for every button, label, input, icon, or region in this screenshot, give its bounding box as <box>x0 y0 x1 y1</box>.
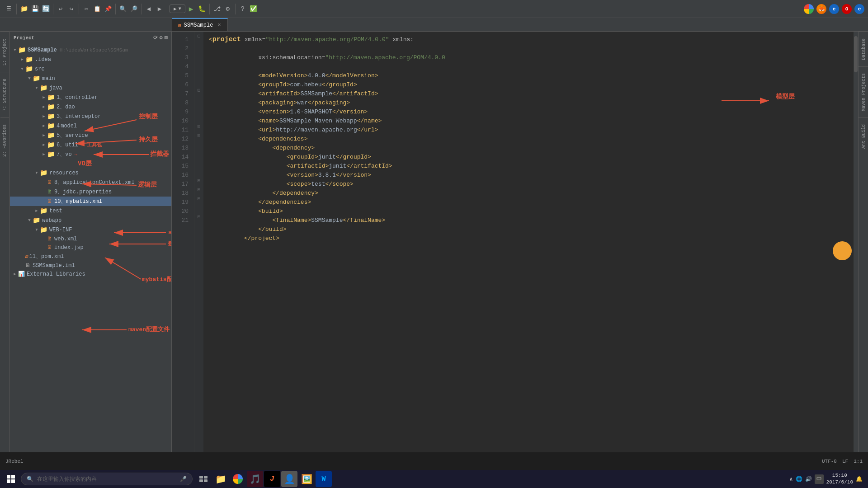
tab-label-ssmsample: SSMSample <box>184 22 213 28</box>
folder-icon-main: 📁 <box>33 75 40 82</box>
tree-item-idea[interactable]: ▶ 📁 .idea <box>10 55 171 64</box>
tree-item-test[interactable]: ▶ 📁 test <box>10 206 171 216</box>
taskbar-app-photo[interactable]: 🖼️ <box>298 471 315 487</box>
code-area[interactable]: <project xmlns="http://maven.apache.org/… <box>203 32 858 470</box>
tree-item-interceptor[interactable]: ▶ 📁 3、 interceptor <box>10 112 171 121</box>
tray-arrow[interactable]: ∧ <box>789 476 793 483</box>
tree-item-resources[interactable]: ▼ 📁 resources <box>10 168 171 178</box>
chrome-icon[interactable] <box>804 4 814 14</box>
taskbar-app-file-explorer[interactable]: 📁 <box>212 471 229 487</box>
opera-icon[interactable]: O <box>842 4 852 14</box>
tree-item-util[interactable]: ▶ 📁 6、 util → 工具包 <box>10 140 171 150</box>
toolbar-icon-vcs[interactable]: ⎇ <box>212 4 222 14</box>
tree-item-controller[interactable]: ▶ 📁 1、 controller <box>10 93 171 102</box>
tray-volume[interactable]: 🔊 <box>805 476 812 483</box>
folder-icon-model: 📁 <box>47 122 55 130</box>
svg-rect-22 <box>11 479 15 483</box>
tray-network[interactable]: 🌐 <box>796 476 802 483</box>
toolbar-icon-settings[interactable]: ⚙ <box>223 4 233 14</box>
menu-file[interactable]: ☰ <box>4 5 14 12</box>
firefox-icon[interactable]: 🦊 <box>816 4 826 14</box>
toolbar-icon-forward[interactable]: ▶ <box>155 4 165 14</box>
taskbar-app-chrome[interactable] <box>230 471 246 487</box>
toolbar-separator8 <box>235 4 236 14</box>
search-icon: 🔍 <box>27 476 33 483</box>
ie-old-icon[interactable]: e <box>854 4 864 14</box>
toolbar-icon-paste[interactable]: 📌 <box>103 4 113 14</box>
windows-search-bar[interactable]: 🔍 在这里输入你搜索的内容 🎤 <box>21 473 193 485</box>
tree-item-extlibs[interactable]: ▶ 📊 External Libraries <box>10 270 171 278</box>
tree-num-dao: 2、 <box>57 103 65 111</box>
tree-path-root: H:\ideaWorkSpace\SSMSam <box>60 47 128 53</box>
tree-item-indexjsp[interactable]: 🗎 index.jsp <box>10 243 171 252</box>
toolbar-icon-cut[interactable]: ✂ <box>81 4 91 14</box>
tree-item-main[interactable]: ▼ 📁 main <box>10 74 171 83</box>
taskbar-app-jetbrains[interactable]: J <box>264 471 280 487</box>
tray-ime[interactable]: 中 <box>815 474 824 484</box>
tree-label-webapp: webapp <box>42 217 61 224</box>
left-strip: 1: Project 7: Structure 2: Favorites <box>0 32 10 470</box>
toolbar-separator4 <box>115 4 116 14</box>
tab-close-btn[interactable]: × <box>217 22 221 28</box>
tree-item-webxml[interactable]: 🗎 web.xml <box>10 235 171 243</box>
code-line-4: <modelVersion>4.0.0</modelVersion> <box>209 62 853 71</box>
tree-item-src[interactable]: ▼ 📁 src <box>10 64 171 74</box>
mic-icon[interactable]: 🎤 <box>180 476 187 483</box>
tree-label-webxml: web.xml <box>54 236 77 242</box>
tray-clock: 15:10 2017/6/10 <box>826 472 853 486</box>
right-tab-maven[interactable]: Maven Projects <box>859 66 868 117</box>
project-expand-icon[interactable]: ⊞ <box>165 34 168 41</box>
toolbar-icon-copy[interactable]: 📋 <box>92 4 102 14</box>
right-tab-ant[interactable]: Ant Build <box>859 117 868 155</box>
tree-item-service[interactable]: ▶ 📁 5、 service <box>10 131 171 140</box>
taskbar-app-browser[interactable]: W <box>316 471 332 487</box>
toolbar-icon-new[interactable]: 📁 <box>19 4 29 14</box>
tree-item-iml[interactable]: 🗎 SSMSample.iml <box>10 261 171 270</box>
project-sync-icon[interactable]: ⟳ <box>153 34 158 41</box>
tree-item-root[interactable]: ▼ 📁 SSMSample H:\ideaWorkSpace\SSMSam <box>10 45 171 55</box>
tray-notification[interactable]: 🔔 <box>856 476 863 483</box>
tree-label-idea: .idea <box>35 56 51 63</box>
taskbar-app-avatar[interactable]: 👤 <box>281 471 297 487</box>
tree-item-model[interactable]: ▶ 📁 4 model <box>10 121 171 131</box>
tree-item-vo[interactable]: ▶ 📁 7、 vo → <box>10 150 171 159</box>
toolbar-icon-redo[interactable]: ↪ <box>66 4 76 14</box>
toolbar-icon-open[interactable]: 💾 <box>30 4 40 14</box>
tree-item-dao[interactable]: ▶ 📁 2、 dao <box>10 102 171 112</box>
tree-item-mybatis[interactable]: 🗎 10、 mybatis.xml <box>10 197 171 206</box>
tree-item-appcontext[interactable]: 🗎 8、 applicationContext.xml <box>10 178 171 187</box>
tree-item-pomxml[interactable]: m 11、 pom.xml <box>10 252 171 261</box>
toolbar-icon-undo[interactable]: ↩ <box>56 4 66 14</box>
jrebel-label: JRebel <box>5 459 24 464</box>
toolbar-icon-back[interactable]: ◀ <box>144 4 154 14</box>
ie-icon[interactable]: e <box>829 4 839 14</box>
windows-start-button[interactable] <box>2 470 20 488</box>
toolbar-icon-help[interactable]: ? <box>238 4 248 14</box>
taskbar-app-music[interactable]: 🎵 <box>247 471 263 487</box>
tree-item-webinf[interactable]: ▼ 📁 WEB-INF <box>10 225 171 235</box>
task-view-button[interactable] <box>195 471 212 487</box>
toolbar-run-config[interactable]: ▶ ▼ <box>170 5 185 13</box>
toolbar-separator3 <box>79 4 79 14</box>
toolbar-icon-search[interactable]: 🔍 <box>118 4 128 14</box>
editor-tab-ssmsample[interactable]: m SSMSample × <box>172 18 228 31</box>
tree-item-jdbc[interactable]: 🗎 9、 jdbc.properties <box>10 187 171 197</box>
project-gear-icon[interactable]: ⚙ <box>160 34 163 41</box>
vertical-scrollbar[interactable] <box>854 32 858 470</box>
toolbar-run[interactable]: ▶ <box>186 4 196 14</box>
tray-time: 15:10 <box>826 472 853 479</box>
right-tab-database[interactable]: Database <box>859 32 868 66</box>
toolbar-debug[interactable]: 🐛 <box>197 4 207 14</box>
left-tab-project[interactable]: 1: Project <box>0 32 9 72</box>
left-tab-structure[interactable]: 7: Structure <box>0 72 9 117</box>
toolbar-icon-extra[interactable]: ✅ <box>249 4 259 14</box>
toolbar-icon-replace[interactable]: 🔎 <box>129 4 139 14</box>
file-icon-pomxml: m <box>25 254 28 259</box>
left-tab-favorites[interactable]: 2: Favorites <box>0 117 9 163</box>
annotation-vo: VO层 <box>10 159 171 168</box>
tree-item-webapp[interactable]: ▼ 📁 webapp <box>10 216 171 225</box>
toolbar-separator2 <box>53 4 53 14</box>
toolbar-icon-save[interactable]: 🔄 <box>41 4 51 14</box>
notification-badge[interactable] <box>833 241 852 260</box>
tree-item-java[interactable]: ▼ 📁 java <box>10 83 171 93</box>
